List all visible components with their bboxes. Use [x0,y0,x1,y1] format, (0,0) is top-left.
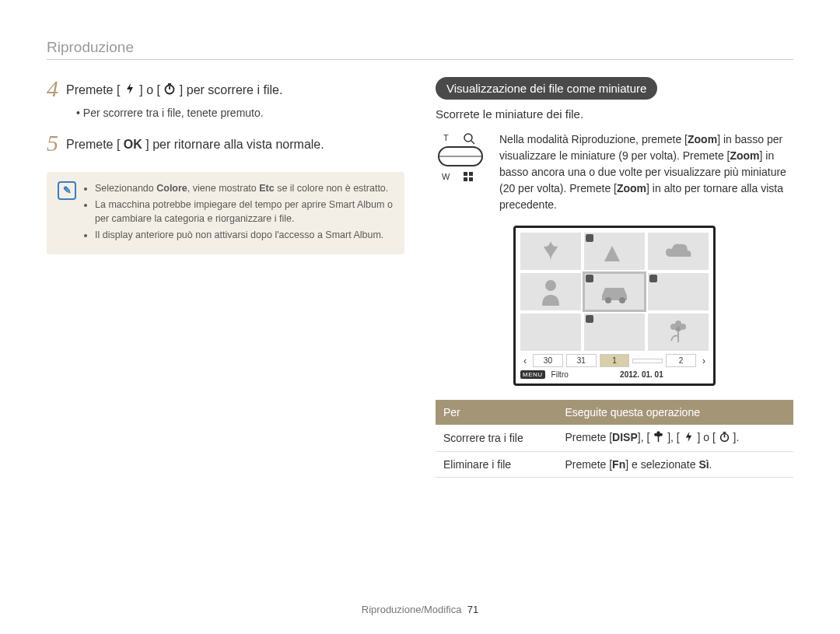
text: ], [ [667,431,680,443]
date-cell: 31 [566,354,597,367]
svg-point-9 [619,297,625,303]
table-header-row: Per Eseguite questa operazione [436,400,793,425]
text: ] per scorrere i file. [180,83,282,96]
svg-point-17 [657,432,660,435]
content-columns: 4 Premete [ ] o [ ] per scorrere i file.… [47,77,793,478]
text: Premete [ [66,83,120,96]
date-strip: ‹ 30 31 1 2 › [520,354,709,367]
text: ] per ritornare alla vista normale. [145,138,324,151]
next-arrow-icon: › [699,356,709,366]
date-text: 2012. 01. 01 [575,370,709,379]
zoom-kw: Zoom [617,182,646,194]
svg-rect-6 [469,177,473,181]
ok-label: OK [124,138,142,151]
note-box: ✎ Selezionando Colore, viene mostrato Et… [47,172,404,254]
step-4-sub: • Per scorrere tra i file, tenete premut… [76,107,404,119]
cell-instruction: Premete [Fn] e selezionate Sì. [557,452,793,478]
footer-text: Riproduzione/Modifica [362,604,462,615]
menu-tag: MENU [520,370,545,379]
text: ]. [733,431,740,443]
zoom-paragraph: Nella modalità Riproduzione, premete [Zo… [499,131,793,213]
flower-icon [665,319,691,345]
filter-row: MENU Filtro 2012. 01. 01 [520,367,709,379]
svg-point-8 [605,297,611,303]
thumb-cell [648,313,709,351]
date-cell: 2 [666,354,696,367]
date-cell-active: 1 [600,354,630,367]
zoom-kw: Zoom [688,133,717,145]
text: ], [ [638,431,650,443]
cell-action: Scorrere tra i file [436,425,557,452]
thumbnail-preview: ‹ 30 31 1 2 › MENU Filtro 2012. 01. 01 [513,226,716,386]
svg-line-1 [471,141,474,144]
text: . [709,458,712,471]
person-icon [539,278,562,306]
step-text: Premete [ OK ] per ritornare alla vista … [66,131,324,153]
thumb-cell-selected [584,273,645,310]
svg-point-7 [545,280,556,291]
operations-table: Per Eseguite questa operazione Scorrere … [436,400,793,478]
left-column: 4 Premete [ ] o [ ] per scorrere i file.… [47,77,404,478]
note-list: Selezionando Colore, viene mostrato Etc … [84,181,394,245]
thumbnail-grid [520,233,709,351]
magnify-icon [464,134,472,142]
cell-action: Eliminare i file [436,452,557,478]
print-badge-icon [586,234,593,242]
svg-rect-5 [464,177,467,181]
table-row: Eliminare i file Premete [Fn] e selezion… [436,452,793,478]
filter-label: Filtro [551,370,569,379]
svg-rect-4 [469,172,473,176]
thumb-cell [648,233,709,270]
section-pill: Visualizzazione dei file come miniature [436,77,657,100]
page-number: 71 [467,604,478,615]
prev-arrow-icon: ‹ [520,356,530,366]
text: ] e selezionate [625,458,698,471]
svg-point-13 [675,321,681,327]
manual-page: Riproduzione 4 Premete [ ] o [ ] per sco… [0,0,840,634]
macro-icon [653,431,664,445]
thumb-cell [584,233,645,270]
text: ] o [ [697,431,715,443]
timer-icon [163,82,176,100]
step-4: 4 Premete [ ] o [ ] per scorrere i file. [47,77,404,100]
flash-icon [124,82,136,100]
fn-label: Fn [612,458,625,471]
car-icon [597,280,632,303]
thumbnail-grid-icon [464,172,467,176]
col-per: Per [436,400,557,425]
text: Premete [ [565,431,612,443]
print-badge-icon [649,275,657,282]
thumb-cell [520,233,581,270]
thumb-cell [520,273,581,310]
step-number: 5 [47,131,58,155]
intro-text: Scorrete le miniature dei file. [436,107,793,121]
zoom-explainer: T W Nella modalità Riproduzione, premete… [436,131,793,213]
page-footer: Riproduzione/Modifica 71 [0,604,840,615]
text: ] o [ [139,83,160,96]
disp-label: DISP [612,431,638,443]
cloud-icon [663,241,694,261]
step-number: 4 [47,77,58,100]
si-label: Sì [698,458,709,471]
print-badge-icon [586,275,593,282]
date-cell: 30 [533,354,563,367]
zoom-kw: Zoom [730,149,759,162]
step-text: Premete [ ] o [ ] per scorrere i file. [66,77,282,100]
right-column: Visualizzazione dei file come miniature … [436,77,793,478]
text: Nella modalità Riproduzione, premete [ [499,133,688,145]
spacer [47,161,404,172]
page-section-title: Riproduzione [47,39,793,56]
mountain-icon [601,238,628,264]
divider [47,59,793,60]
note-item: Selezionando Colore, viene mostrato Etc … [95,181,394,195]
zoom-W-label: W [442,172,450,181]
zoom-rocker: T W [436,131,485,189]
thumb-cell [648,273,709,310]
table-row: Scorrere tra i file Premete [DISP], [ ],… [436,425,793,452]
cell-instruction: Premete [DISP], [ ], [ ] o [ ]. [557,425,793,452]
note-item: La macchina potrebbe impiegare del tempo… [95,198,394,226]
thumb-cell [520,313,581,351]
date-cell [632,359,663,363]
print-badge-icon [586,315,593,323]
col-op: Eseguite questa operazione [557,400,793,425]
